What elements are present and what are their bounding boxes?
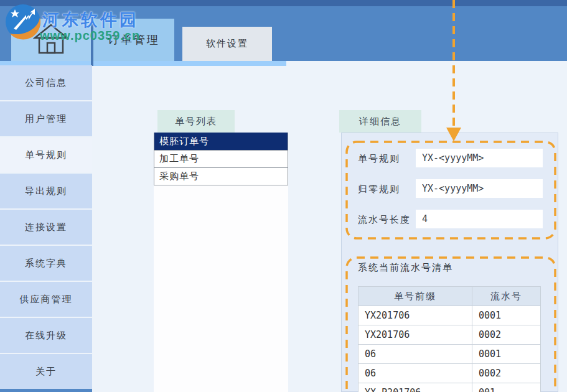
serial-length-input[interactable]	[416, 210, 543, 228]
home-icon	[33, 23, 69, 57]
cell-prefix: YX201706	[358, 306, 472, 325]
tab-order-management[interactable]: 订单管理	[93, 19, 174, 61]
number-rule-input[interactable]	[416, 149, 543, 167]
field-label-serial-length: 流水号长度	[358, 214, 411, 226]
number-list-header: 单号列表	[157, 110, 235, 133]
tab-settings-label: 软件设置	[206, 38, 248, 50]
cell-prefix: 06	[358, 345, 472, 364]
table-row: YX201706 0001	[358, 306, 541, 325]
table-header-row: 单号前缀 流水号	[358, 287, 541, 306]
reset-rule-input[interactable]	[416, 179, 543, 198]
table-row: 06 0002	[358, 364, 541, 383]
number-list-panel: 模胚订单号 加工单号 采购单号	[154, 133, 288, 392]
cell-serial: 0001	[472, 345, 541, 364]
sidebar-item-user-management[interactable]: 用户管理	[0, 101, 92, 136]
sidebar-item-number-rules[interactable]: 单号规则	[0, 138, 92, 172]
list-item-processing-order[interactable]: 加工单号	[154, 150, 288, 167]
tab-home[interactable]	[11, 19, 91, 61]
cell-serial: 0001	[472, 306, 541, 325]
sidebar-item-system-dictionary[interactable]: 系统字典	[0, 246, 92, 281]
field-label-number-rule: 单号规则	[358, 153, 400, 165]
cell-serial: 001	[472, 383, 541, 392]
detail-header: 详细信息	[339, 110, 421, 133]
sidebar-item-about[interactable]: 关于	[0, 354, 92, 389]
col-header-serial: 流水号	[472, 287, 541, 306]
tab-order-label: 订单管理	[108, 32, 160, 47]
app-window: 订单管理 软件设置 河东软件园 www.pc0359.cn 公司信息 用户管理 …	[0, 0, 567, 392]
cell-serial: 0002	[472, 364, 541, 383]
serial-list-title: 系统当前流水号清单	[358, 262, 453, 274]
table-row: YX-P201706 001	[358, 383, 541, 392]
title-strip	[0, 0, 567, 6]
sidebar-item-export-rules[interactable]: 导出规则	[0, 174, 92, 208]
col-header-prefix: 单号前缀	[358, 287, 472, 306]
sidebar-footer-strip	[0, 389, 92, 392]
sidebar-item-online-upgrade[interactable]: 在线升级	[0, 318, 92, 353]
serial-number-table: 单号前缀 流水号 YX201706 0001 YX201706 0002 06 …	[358, 286, 541, 392]
sidebar-item-company-info[interactable]: 公司信息	[0, 65, 92, 100]
table-row: YX201706 0002	[358, 325, 541, 345]
cell-prefix: 06	[358, 364, 472, 383]
sidebar-item-connection-settings[interactable]: 连接设置	[0, 210, 92, 245]
table-row: 06 0001	[358, 345, 541, 364]
cell-prefix: YX201706	[358, 325, 472, 345]
cell-prefix: YX-P201706	[358, 383, 472, 392]
cell-serial: 0002	[472, 325, 541, 345]
field-label-reset-rule: 归零规则	[358, 184, 400, 195]
tab-software-settings[interactable]: 软件设置	[182, 27, 272, 61]
list-item-purchase-order[interactable]: 采购单号	[154, 167, 288, 185]
number-list-box: 模胚订单号 加工单号 采购单号	[154, 133, 288, 185]
list-item-mold-order[interactable]: 模胚订单号	[154, 133, 288, 150]
sidebar-item-supplier-management[interactable]: 供应商管理	[0, 282, 92, 317]
